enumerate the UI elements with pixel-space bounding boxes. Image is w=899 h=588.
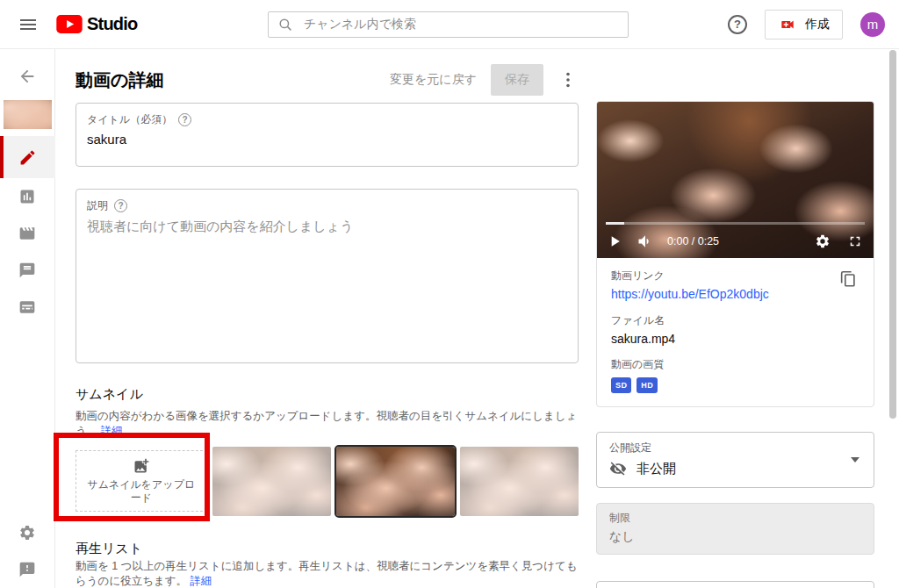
- description-help-icon[interactable]: ?: [114, 199, 127, 212]
- sidebar-item-editor[interactable]: [0, 215, 55, 252]
- video-quality-label: 動画の画質: [611, 357, 859, 372]
- pencil-icon: [18, 148, 37, 167]
- clapperboard-icon: [18, 225, 36, 242]
- header-actions: ? 作成 m: [728, 10, 885, 39]
- back-arrow-icon: [18, 67, 37, 86]
- video-thumbnail-mini[interactable]: [4, 100, 52, 129]
- add-photo-icon: [133, 457, 150, 475]
- captions-icon: [18, 298, 36, 316]
- restrictions-value: なし: [609, 529, 861, 545]
- fullscreen-icon[interactable]: [847, 233, 865, 250]
- volume-button[interactable]: [636, 233, 654, 250]
- video-link-url[interactable]: https://youtu.be/EfOp2k0dbjc: [611, 287, 769, 301]
- subtitles-card[interactable]: 字幕: [596, 581, 874, 588]
- description-field-label: 説明: [87, 198, 108, 213]
- search-icon: [277, 17, 293, 32]
- content-area: 動画の詳細 変更を元に戻す 保存 タイトル（必須） ? sakura: [55, 49, 899, 588]
- restrictions-label: 制限: [609, 511, 861, 526]
- top-bar: Studio チャンネル内で検索 ? 作成 m: [0, 0, 899, 49]
- player-settings-icon[interactable]: [815, 233, 832, 250]
- page-title: 動画の詳細: [76, 68, 163, 92]
- playlist-description-text: 動画を 1 つ以上の再生リストに追加します。再生リストは、視聴者にコンテンツを素…: [76, 560, 578, 587]
- create-button[interactable]: 作成: [765, 10, 843, 39]
- upload-thumbnail-label: サムネイルをアップロード: [87, 478, 196, 505]
- help-icon[interactable]: ?: [728, 15, 747, 34]
- title-field-label: タイトル（必須）: [87, 112, 172, 127]
- title-field-value[interactable]: sakura: [87, 132, 567, 147]
- video-info-section: 動画リンク https://youtu.be/EfOp2k0dbjc ファイル名…: [597, 258, 874, 406]
- video-info-card: 0:00 / 0:25: [596, 101, 874, 407]
- hd-badge: HD: [636, 377, 658, 393]
- copy-link-icon[interactable]: [838, 269, 859, 290]
- description-field[interactable]: 説明 ? 視聴者に向けて動画の内容を紹介しましょう: [76, 189, 579, 363]
- youtube-studio-logo[interactable]: Studio: [56, 14, 137, 34]
- thumbnail-section-description: 動画の内容がわかる画像を選択するかアップロードします。視聴者の目を引くサムネイル…: [76, 409, 579, 439]
- kebab-menu-icon[interactable]: [557, 69, 579, 90]
- youtube-play-icon: [56, 15, 83, 33]
- playlist-section-description: 動画を 1 つ以上の再生リストに追加します。再生リストは、視聴者にコンテンツを素…: [76, 559, 579, 588]
- right-panel: 0:00 / 0:25: [596, 101, 874, 588]
- search-placeholder: チャンネル内で検索: [304, 17, 416, 32]
- sidebar-settings[interactable]: [0, 514, 55, 551]
- player-progress-bar[interactable]: [606, 222, 865, 225]
- title-field[interactable]: タイトル（必須） ? sakura: [76, 103, 579, 167]
- player-progress-watched: [606, 222, 624, 225]
- chevron-down-icon: [851, 457, 859, 463]
- upload-thumbnail-button[interactable]: サムネイルをアップロード: [76, 450, 207, 512]
- auto-thumbnail-1[interactable]: [212, 447, 331, 516]
- back-button[interactable]: [0, 58, 55, 95]
- restrictions-field: 制限 なし: [596, 503, 874, 555]
- visibility-value: 非公開: [636, 461, 676, 477]
- create-button-label: 作成: [805, 17, 830, 32]
- thumbnail-details-link[interactable]: 詳細: [101, 425, 123, 437]
- avatar[interactable]: m: [860, 12, 885, 37]
- visibility-label: 公開設定: [609, 441, 861, 455]
- brand-text: Studio: [87, 14, 137, 34]
- sidebar-item-analytics[interactable]: [0, 178, 55, 215]
- video-link-label: 動画リンク: [611, 269, 838, 283]
- gear-icon: [18, 524, 36, 541]
- thumbnail-description-text: 動画の内容がわかる画像を選択するかアップロードします。視聴者の目を引くサムネイル…: [76, 410, 577, 437]
- play-button[interactable]: [606, 233, 623, 250]
- visibility-off-eye-icon: [609, 460, 627, 477]
- sd-badge: SD: [611, 377, 631, 393]
- thumbnail-section-heading: サムネイル: [76, 386, 579, 403]
- sidebar-feedback[interactable]: [0, 551, 55, 588]
- vertical-scrollbar[interactable]: [889, 50, 896, 419]
- video-player[interactable]: 0:00 / 0:25: [597, 102, 874, 258]
- file-name-value: sakura.mp4: [611, 332, 859, 346]
- hamburger-menu-icon[interactable]: [18, 14, 39, 35]
- sidebar-item-comments[interactable]: [0, 252, 55, 289]
- thumbnail-row: サムネイルをアップロード: [76, 446, 579, 516]
- description-placeholder: 視聴者に向けて動画の内容を紹介しましょう: [87, 219, 567, 235]
- player-time: 0:00 / 0:25: [667, 235, 719, 247]
- undo-changes-button[interactable]: 変更を元に戻す: [390, 72, 477, 88]
- playlist-details-link[interactable]: 詳細: [191, 575, 212, 587]
- playlist-section-heading: 再生リスト: [76, 541, 579, 557]
- sidebar-item-details[interactable]: [0, 136, 55, 178]
- sidebar-item-subtitles[interactable]: [0, 289, 55, 326]
- visibility-dropdown[interactable]: 公開設定 非公開: [596, 432, 874, 488]
- main-column: 動画の詳細 変更を元に戻す 保存 タイトル（必須） ? sakura: [76, 49, 579, 588]
- left-sidebar: [0, 49, 55, 588]
- title-help-icon[interactable]: ?: [178, 113, 191, 126]
- file-name-label: ファイル名: [611, 313, 859, 328]
- feedback-icon: [18, 561, 36, 578]
- player-controls: 0:00 / 0:25: [597, 222, 874, 258]
- save-button[interactable]: 保存: [491, 64, 543, 96]
- video-create-icon: [778, 18, 797, 32]
- auto-thumbnail-2-selected[interactable]: [336, 447, 455, 516]
- analytics-icon: [18, 188, 36, 205]
- comment-icon: [18, 262, 36, 279]
- auto-thumbnail-3[interactable]: [460, 447, 579, 516]
- search-input[interactable]: チャンネル内で検索: [268, 11, 629, 38]
